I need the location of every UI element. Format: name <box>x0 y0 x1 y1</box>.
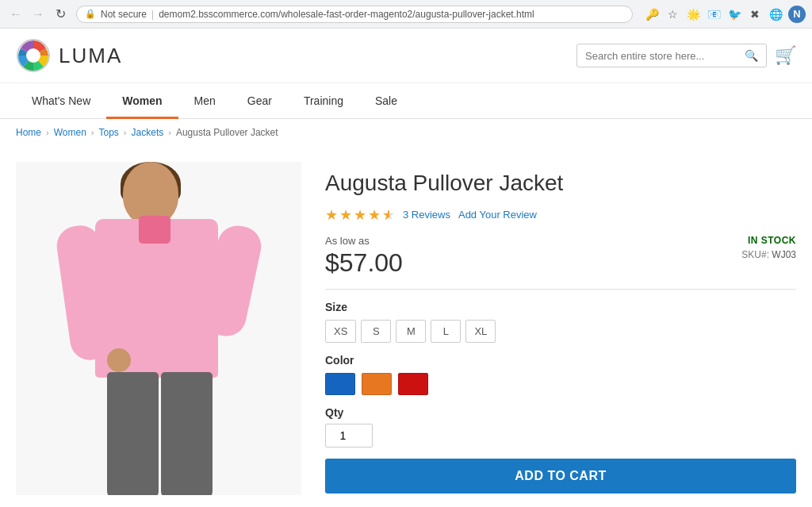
site-header: LUMA 🔍 🛒 <box>0 29 812 83</box>
forward-button[interactable]: → <box>29 5 48 24</box>
product-layout: Augusta Pullover Jacket ★ ★ ★ ★ ★★ 3 Rev… <box>0 146 812 507</box>
nav-item-sale[interactable]: Sale <box>359 83 413 118</box>
extension1-icon: 🌟 <box>685 6 701 22</box>
lock-icon: 🔒 <box>85 9 96 19</box>
product-figure <box>56 162 262 495</box>
star-2: ★ <box>339 206 352 224</box>
browser-nav-buttons: ← → ↻ <box>6 5 70 24</box>
sku-value: WJ03 <box>772 249 796 260</box>
add-to-cart-button[interactable]: Add to Cart <box>325 459 796 494</box>
nav-item-training[interactable]: Training <box>288 83 359 118</box>
size-l[interactable]: L <box>431 320 461 343</box>
breadcrumb-sep-4: › <box>168 128 171 137</box>
breadcrumb-jackets[interactable]: Jackets <box>132 127 164 138</box>
price-main: $57.00 <box>325 248 403 278</box>
back-button[interactable]: ← <box>6 5 25 24</box>
add-review-link[interactable]: Add Your Review <box>458 209 537 221</box>
rating-row: ★ ★ ★ ★ ★★ 3 Reviews Add Your Review <box>325 206 796 224</box>
product-divider <box>325 289 796 290</box>
browser-toolbar-icons: 🔑 ☆ 🌟 📧 🐦 ✖ 🌐 N <box>644 6 806 23</box>
breadcrumb-sep-1: › <box>46 128 49 137</box>
as-low-as-label: As low as <box>325 235 403 247</box>
search-input[interactable] <box>585 50 740 62</box>
size-options: XS S M L XL <box>325 320 796 343</box>
breadcrumb-current: Augusta Pullover Jacket <box>176 127 278 138</box>
key-icon: 🔑 <box>644 6 660 22</box>
color-blue[interactable] <box>325 373 355 395</box>
breadcrumb: Home › Women › Tops › Jackets › Augusta … <box>0 119 812 146</box>
size-xs[interactable]: XS <box>325 320 356 343</box>
search-bar[interactable]: 🔍 <box>576 44 767 67</box>
color-label: Color <box>325 354 796 367</box>
logo-text: LUMA <box>59 44 122 68</box>
address-bar[interactable]: 🔒 Not secure | demom2.bsscommerce.com/wh… <box>76 6 633 23</box>
url-text: Not secure <box>101 9 147 20</box>
browser-chrome: ← → ↻ 🔒 Not secure | demom2.bsscommerce.… <box>0 0 812 29</box>
color-orange[interactable] <box>362 373 392 395</box>
nav-item-whats-new[interactable]: What's New <box>16 83 106 118</box>
nav-item-men[interactable]: Men <box>178 83 232 118</box>
sku-row: SKU#: WJ03 <box>741 249 796 260</box>
extension2-icon: 📧 <box>706 6 722 22</box>
url-value: demom2.bsscommerce.com/wholesale-fast-or… <box>159 9 534 20</box>
stock-sku-block: IN STOCK SKU#: WJ03 <box>741 235 796 260</box>
reload-button[interactable]: ↻ <box>51 5 70 24</box>
breadcrumb-tops[interactable]: Tops <box>99 127 119 138</box>
product-title: Augusta Pullover Jacket <box>325 170 796 197</box>
svg-point-1 <box>26 48 40 63</box>
size-s[interactable]: S <box>361 320 391 343</box>
qty-label: Qty <box>325 406 796 419</box>
profile-icon[interactable]: N <box>788 6 806 23</box>
color-red[interactable] <box>398 373 428 395</box>
main-nav: What's New Women Men Gear Training Sale <box>0 83 812 119</box>
sku-label: SKU#: <box>741 249 769 260</box>
product-image-area <box>16 162 301 495</box>
breadcrumb-home[interactable]: Home <box>16 127 41 138</box>
star-4: ★ <box>368 206 381 224</box>
nav-item-women[interactable]: Women <box>106 83 178 118</box>
size-xl[interactable]: XL <box>465 320 496 343</box>
size-m[interactable]: M <box>396 320 426 343</box>
price-stock-row: As low as $57.00 IN STOCK SKU#: WJ03 <box>325 235 796 278</box>
url-separator: | <box>151 9 154 20</box>
breadcrumb-sep-2: › <box>91 128 94 137</box>
in-stock-badge: IN STOCK <box>741 235 796 246</box>
star-5: ★★ <box>382 206 395 224</box>
logo-icon <box>16 38 51 73</box>
header-right: 🔍 🛒 <box>576 44 796 67</box>
nav-item-gear[interactable]: Gear <box>232 83 288 118</box>
breadcrumb-women[interactable]: Women <box>54 127 86 138</box>
stars: ★ ★ ★ ★ ★★ <box>325 206 395 224</box>
size-label: Size <box>325 301 796 313</box>
figure-hand-left <box>107 348 131 372</box>
figure-pants-left <box>107 372 159 495</box>
extension5-icon: 🌐 <box>768 6 783 22</box>
cart-icon[interactable]: 🛒 <box>775 45 796 66</box>
reviews-link[interactable]: 3 Reviews <box>403 209 450 221</box>
breadcrumb-sep-3: › <box>124 128 127 137</box>
product-image <box>16 162 301 495</box>
price-block: As low as $57.00 <box>325 235 403 278</box>
star-3: ★ <box>354 206 366 224</box>
extension3-icon: 🐦 <box>726 6 742 22</box>
logo-area: LUMA <box>16 38 122 73</box>
star-1: ★ <box>325 206 338 224</box>
qty-input[interactable] <box>325 424 373 447</box>
product-info-area: Augusta Pullover Jacket ★ ★ ★ ★ ★★ 3 Rev… <box>325 162 796 495</box>
search-icon[interactable]: 🔍 <box>745 49 758 62</box>
figure-collar <box>139 216 170 244</box>
extension4-icon: ✖ <box>747 6 763 22</box>
color-options <box>325 373 796 395</box>
figure-pants-right <box>161 372 213 495</box>
star-icon[interactable]: ☆ <box>665 6 680 22</box>
